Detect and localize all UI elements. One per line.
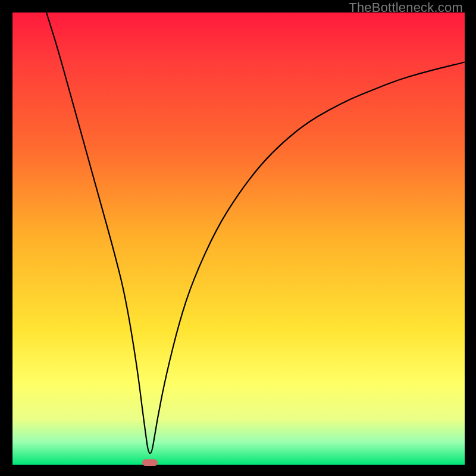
plot-area [12,12,465,465]
bottleneck-curve [46,12,465,453]
chart-svg [12,12,465,465]
optimal-marker [142,459,158,466]
watermark-text: TheBottleneck.com [349,0,463,15]
